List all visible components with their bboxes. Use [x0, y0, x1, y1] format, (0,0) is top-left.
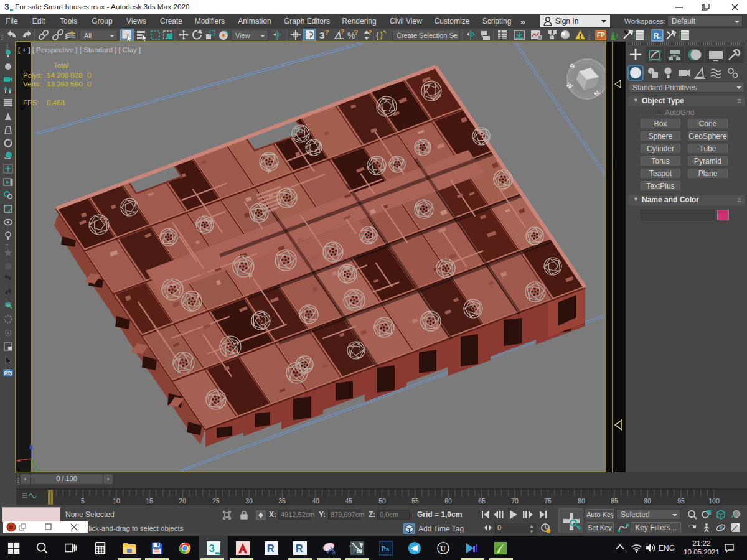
- svg-text:40: 40: [312, 497, 319, 505]
- svg-text:15: 15: [146, 497, 153, 505]
- svg-text:0: 0: [87, 72, 91, 79]
- svg-text:50: 50: [378, 497, 386, 505]
- svg-text:FPS:: FPS:: [23, 99, 39, 106]
- svg-text:RB: RB: [4, 370, 12, 376]
- svg-text:30: 30: [245, 497, 253, 505]
- svg-text:70: 70: [511, 497, 519, 505]
- svg-text:80: 80: [578, 497, 585, 505]
- svg-text:10: 10: [113, 497, 120, 505]
- svg-text:Polys:: Polys:: [23, 72, 42, 79]
- svg-text:45: 45: [345, 497, 352, 505]
- svg-text:?: ?: [354, 29, 358, 36]
- svg-text:Ps: Ps: [382, 546, 390, 553]
- svg-text:0: 0: [87, 80, 91, 88]
- svg-text:10: 10: [356, 549, 362, 554]
- svg-text:5: 5: [81, 497, 85, 505]
- svg-text:65: 65: [478, 497, 486, 505]
- svg-text:?: ?: [341, 29, 344, 35]
- svg-text:55: 55: [411, 497, 419, 505]
- svg-text:R: R: [267, 543, 275, 554]
- svg-text:35: 35: [278, 497, 286, 505]
- svg-text:3: 3: [4, 2, 9, 12]
- svg-text:?: ?: [368, 29, 372, 36]
- svg-text:60: 60: [444, 497, 452, 505]
- svg-text:0,468: 0,468: [47, 99, 65, 106]
- svg-text:14 208 828: 14 208 828: [47, 72, 83, 79]
- svg-text:FP: FP: [597, 32, 605, 39]
- svg-text:R: R: [296, 543, 303, 554]
- svg-text:75: 75: [544, 497, 552, 505]
- svg-text:25: 25: [212, 497, 220, 505]
- svg-text:[ + ] [ Perspective ] [ Standa: [ + ] [ Perspective ] [ Standard ] [ Cla…: [18, 46, 141, 54]
- svg-text:85: 85: [611, 497, 618, 505]
- svg-text:Verts:: Verts:: [23, 80, 41, 88]
- svg-text:Total: Total: [54, 62, 68, 69]
- svg-text:3: 3: [209, 543, 215, 554]
- svg-text:3: 3: [319, 30, 324, 40]
- svg-text:20: 20: [179, 497, 186, 505]
- svg-text:13 263 560: 13 263 560: [47, 80, 83, 88]
- svg-text:U: U: [440, 544, 446, 553]
- svg-text:?: ?: [325, 29, 329, 36]
- svg-text:90: 90: [644, 497, 651, 505]
- svg-text:c: c: [659, 35, 662, 40]
- svg-text:{: {: [376, 30, 379, 40]
- svg-text:100: 100: [708, 497, 720, 505]
- svg-text:95: 95: [677, 497, 685, 505]
